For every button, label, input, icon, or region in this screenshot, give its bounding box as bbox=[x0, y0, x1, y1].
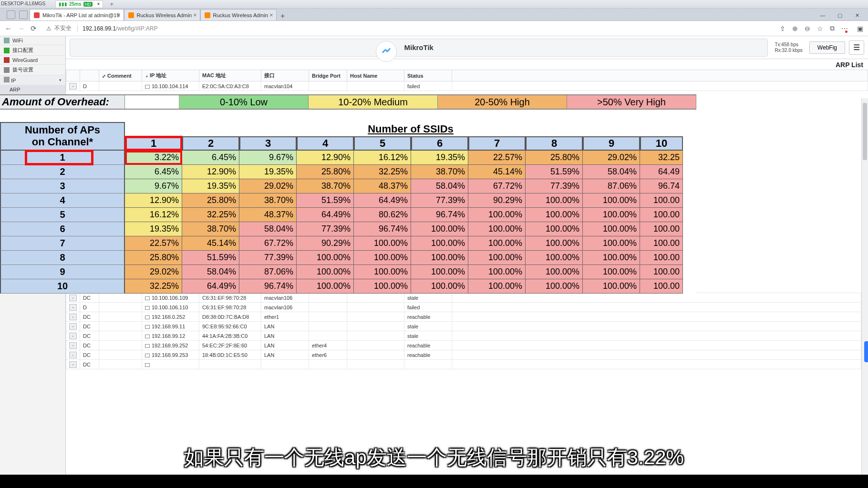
matrix-cell: 64.49% bbox=[182, 279, 239, 294]
browser-profile-icon[interactable] bbox=[19, 10, 28, 19]
sidebar-label: ARP bbox=[10, 87, 21, 92]
bookmark-icon[interactable]: ☆ bbox=[817, 25, 823, 32]
legend-medium: 10-20% Medium bbox=[309, 95, 438, 109]
ssid-col-header: 7 bbox=[468, 136, 526, 151]
matrix-cell: 32.25 bbox=[640, 151, 683, 165]
matrix-cell: 100.00 bbox=[640, 236, 683, 251]
row-expand-button[interactable]: - bbox=[69, 333, 77, 339]
row-expand-button[interactable]: - bbox=[69, 83, 77, 90]
close-icon[interactable]: ✕ bbox=[849, 10, 865, 20]
sidebar-item-arp[interactable]: ARP bbox=[0, 85, 65, 94]
row-expand-button[interactable]: - bbox=[69, 342, 77, 349]
sidebar-item-dial[interactable]: 拨号设置 bbox=[0, 65, 65, 75]
hamburger-icon[interactable]: ☰ bbox=[849, 41, 864, 55]
matrix-cell: 100.00% bbox=[526, 279, 583, 294]
maximize-icon[interactable]: ▢ bbox=[832, 10, 848, 20]
matrix-cell: 77.39% bbox=[526, 179, 583, 193]
zoom-icon[interactable]: ⊖ bbox=[805, 25, 810, 32]
security-indicator[interactable]: ⚠ 不安全 bbox=[46, 24, 72, 32]
browser-menu-icon[interactable] bbox=[7, 10, 15, 19]
table-row[interactable]: - DC 192.168.0.252 D8:38:0D:7C:BA:D8 eth… bbox=[66, 312, 861, 322]
matrix-cell: 67.72% bbox=[468, 179, 526, 193]
more-icon[interactable]: ⋯ bbox=[841, 25, 850, 32]
matrix-row: 26.45%12.90%19.35%25.80%32.25%38.70%45.1… bbox=[0, 165, 696, 179]
matrix-cell: 29.02% bbox=[125, 265, 182, 279]
matrix-row: 619.35%38.70%58.04%77.39%96.74%100.00%10… bbox=[0, 222, 696, 236]
matrix-cell: 77.39% bbox=[297, 222, 354, 236]
matrix-cell: 12.90% bbox=[297, 151, 354, 165]
sidebar-item-wifi[interactable]: WiFi bbox=[0, 36, 65, 45]
wireguard-icon bbox=[4, 57, 10, 63]
col-bridge[interactable]: Bridge Port bbox=[309, 70, 347, 81]
table-row[interactable]: - DC bbox=[66, 360, 861, 369]
table-row[interactable]: - DC 192.168.99.12 44:1A:FA:2B:3B:C0 LAN… bbox=[66, 331, 861, 341]
tab-ruckus-1[interactable]: Ruckus Wireless Admin × bbox=[124, 9, 200, 20]
ssid-col-header: 4 bbox=[297, 136, 354, 151]
legend-low: 0-10% Low bbox=[179, 95, 309, 109]
sidebar-icon[interactable]: ▣ bbox=[857, 25, 863, 32]
close-icon[interactable]: × bbox=[117, 11, 121, 19]
matrix-cell: 96.74% bbox=[354, 222, 411, 236]
close-icon[interactable]: × bbox=[269, 11, 273, 19]
share-icon[interactable]: ⇪ bbox=[780, 25, 785, 32]
col-comment[interactable]: ⤢ Comment bbox=[99, 70, 142, 81]
back-icon[interactable]: ← bbox=[5, 24, 12, 32]
sidebar-label: WiFi bbox=[12, 38, 23, 43]
col-iface[interactable]: 接口 bbox=[261, 70, 309, 81]
new-tab-button[interactable]: + bbox=[277, 12, 289, 20]
minimize-icon[interactable]: — bbox=[815, 10, 831, 20]
translate-icon[interactable]: ⊕ bbox=[792, 25, 798, 32]
col-status[interactable]: Status bbox=[404, 70, 452, 81]
row-expand-button[interactable]: - bbox=[69, 295, 77, 301]
col-host[interactable]: Host Name bbox=[347, 70, 404, 81]
tab-mikrotik[interactable]: MikroTik - ARP List at admin@19 × bbox=[30, 9, 124, 20]
matrix-cell: 100.00% bbox=[354, 236, 411, 251]
matrix-cell: 25.80% bbox=[125, 251, 182, 265]
matrix-row: 412.90%25.80%38.70%51.59%64.49%77.39%90.… bbox=[0, 193, 696, 208]
close-icon[interactable]: × bbox=[97, 1, 100, 7]
new-tab-plus-icon[interactable]: + bbox=[110, 0, 114, 8]
matrix-cell: 12.90% bbox=[182, 165, 239, 179]
table-row[interactable]: - DC 10.100.106.109 C6:31:EF:98:70:28 ma… bbox=[66, 293, 861, 303]
matrix-cell: 64.49 bbox=[640, 165, 683, 179]
ping-tab[interactable]: ▮▮▮ 25ms HD × bbox=[55, 0, 103, 8]
edge-drawer-tab[interactable] bbox=[864, 341, 868, 362]
matrix-cell: 19.35% bbox=[411, 151, 468, 165]
vertical-scrollbar[interactable] bbox=[861, 98, 868, 488]
tab-ruckus-2[interactable]: Ruckus Wireless Admin × bbox=[200, 9, 277, 20]
row-expand-button[interactable]: - bbox=[69, 323, 77, 330]
matrix-cell: 100.00% bbox=[583, 265, 640, 279]
row-expand-button[interactable]: - bbox=[69, 352, 77, 358]
ap-row-header: 3 bbox=[0, 179, 125, 193]
matrix-row: 13.22%6.45%9.67%12.90%16.12%19.35%22.57%… bbox=[0, 151, 696, 165]
url-host: 192.168.99.1 bbox=[83, 25, 116, 32]
close-icon[interactable]: × bbox=[193, 11, 197, 19]
table-row[interactable]: - DC 192.168.99.11 9C:E8:95:92:66:C0 LAN… bbox=[66, 322, 861, 331]
url-display[interactable]: 192.168.99.1/webfig/#IP:ARP bbox=[77, 25, 157, 32]
reload-icon[interactable]: ⟳ bbox=[31, 24, 37, 33]
matrix-cell: 64.49% bbox=[354, 193, 411, 208]
tab-label: Ruckus Wireless Admin bbox=[213, 12, 269, 18]
webfig-button[interactable]: WebFig bbox=[809, 41, 845, 54]
row-expand-button[interactable]: - bbox=[69, 304, 77, 311]
matrix-cell: 87.06% bbox=[239, 265, 297, 279]
table-row[interactable]: - D 10.100.106.110 C6:31:EF:98:70:28 mac… bbox=[66, 303, 861, 312]
ssid-col-header: 2 bbox=[182, 136, 239, 151]
table-row[interactable]: - DC 192.168.99.253 18:4B:0D:1C:E5:50 LA… bbox=[66, 350, 861, 360]
sidebar-item-wireguard[interactable]: WireGuard bbox=[0, 56, 65, 65]
window-controls: — ▢ ✕ bbox=[815, 10, 865, 20]
matrix-cell: 100.00% bbox=[468, 208, 526, 222]
matrix-cell: 87.06% bbox=[583, 179, 640, 193]
table-row[interactable]: - DC 192.168.99.252 54:EC:2F:2F:8E:60 LA… bbox=[66, 341, 861, 350]
sidebar-label: 拨号设置 bbox=[12, 66, 33, 73]
sidebar-item-ip[interactable]: IP▾ bbox=[0, 75, 65, 85]
row-expand-button[interactable]: - bbox=[69, 361, 77, 368]
col-ip[interactable]: IP 地址 bbox=[142, 70, 199, 81]
row-expand-button[interactable]: - bbox=[69, 314, 77, 320]
col-mac[interactable]: MAC 地址 bbox=[199, 70, 261, 81]
table-row[interactable]: - D 10.100.104.114 E2:0C:5A:C0:A3:C8 mac… bbox=[66, 81, 868, 91]
extensions-icon[interactable]: ⧉ bbox=[830, 24, 835, 32]
favicon-icon bbox=[128, 12, 134, 18]
matrix-cell: 19.35% bbox=[125, 222, 182, 236]
sidebar-item-ifconf[interactable]: 接口配置 bbox=[0, 45, 65, 56]
